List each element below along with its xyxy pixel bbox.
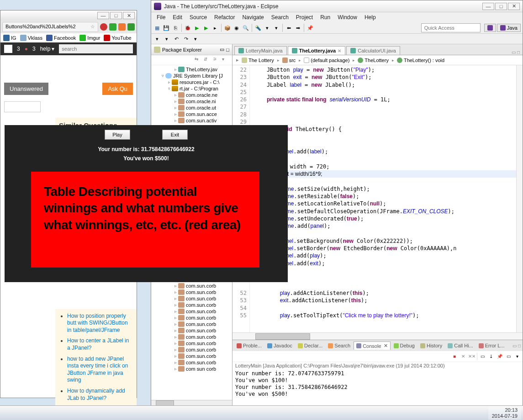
bm-vklass[interactable]: Vklass bbox=[20, 35, 42, 41]
tb2-icon4[interactable]: ↷ bbox=[182, 35, 190, 43]
bm-facebook[interactable]: Facebook bbox=[46, 35, 76, 41]
code-content[interactable]: JButton play = new JButton("Play"); JBut… bbox=[250, 65, 516, 332]
ann-icon[interactable]: ▾ bbox=[263, 24, 271, 32]
menu-search[interactable]: Search bbox=[268, 13, 292, 21]
similar-link[interactable]: How to dynamically add JLab to JPanel? bbox=[67, 388, 133, 402]
close-tab-icon[interactable]: ✕ bbox=[338, 48, 341, 53]
ext3-icon[interactable] bbox=[127, 23, 135, 31]
bm-imgur[interactable]: Imgur bbox=[79, 35, 100, 41]
similar-link[interactable]: how to add new JPanel insta every time i… bbox=[67, 356, 133, 384]
tb2-icon2[interactable]: ▾ bbox=[163, 35, 171, 43]
so-rep[interactable]: 3 bbox=[17, 46, 20, 52]
maximize-button[interactable]: □ bbox=[495, 3, 507, 10]
run-icon[interactable]: ▶ bbox=[193, 24, 201, 32]
removeall-icon[interactable]: ✕✕ bbox=[468, 353, 475, 360]
tab-debug[interactable]: Debug bbox=[391, 342, 417, 349]
so-rep2[interactable]: 3 bbox=[32, 46, 36, 52]
so-help[interactable]: help ▾ bbox=[40, 46, 55, 52]
newclass-icon[interactable]: ◉ bbox=[232, 24, 241, 32]
ext1-icon[interactable] bbox=[109, 23, 116, 31]
maximize-button[interactable]: □ bbox=[110, 12, 122, 19]
similar-link[interactable]: How to position properly butt with SWING… bbox=[67, 313, 133, 334]
collapse-icon[interactable]: ⇆ bbox=[195, 57, 202, 64]
runlast-icon[interactable]: ▶ bbox=[202, 24, 210, 32]
menu-edit[interactable]: Edit bbox=[169, 13, 186, 21]
terminate-icon[interactable]: ■ bbox=[451, 353, 458, 360]
tab-callhierarchy[interactable]: Call Hi... bbox=[445, 342, 475, 349]
link-icon[interactable]: ⇵ bbox=[204, 57, 211, 64]
display-icon[interactable]: ▭ bbox=[505, 353, 512, 360]
menu-project[interactable]: Project bbox=[292, 13, 317, 21]
back-icon[interactable]: ⬅ bbox=[285, 24, 293, 32]
fwd-icon[interactable]: ➡ bbox=[294, 24, 302, 32]
menu-help[interactable]: Help bbox=[361, 13, 380, 21]
tab-history[interactable]: History bbox=[418, 342, 444, 349]
clear-icon[interactable]: ▭ bbox=[479, 353, 486, 360]
tb2-icon[interactable]: ▾ bbox=[153, 35, 161, 43]
pin-icon[interactable]: 📌 bbox=[496, 353, 503, 360]
scroll-icon[interactable]: ⤓ bbox=[487, 353, 495, 360]
ask-question-button[interactable]: Ask Qu bbox=[102, 83, 133, 95]
pin-icon[interactable]: 📌 bbox=[306, 24, 314, 32]
play-button[interactable]: Play bbox=[105, 130, 130, 140]
code-hscroll[interactable] bbox=[232, 332, 523, 340]
menu-run[interactable]: Run bbox=[317, 13, 334, 21]
browser-titlebar[interactable]: — □ ✕ bbox=[0, 10, 137, 21]
tab-problems[interactable]: Proble... bbox=[234, 342, 264, 349]
tb2-icon3[interactable]: ↶ bbox=[172, 35, 180, 43]
openType-icon[interactable]: 🔍 bbox=[242, 24, 250, 32]
debug-icon[interactable]: 🐞 bbox=[184, 24, 192, 32]
tab-search[interactable]: Search bbox=[326, 342, 353, 349]
opera-icon[interactable] bbox=[100, 23, 107, 31]
breadcrumb[interactable]: ▸ The Lottery src (default package) TheL… bbox=[232, 55, 523, 65]
extern-icon[interactable]: ▸ bbox=[211, 24, 219, 32]
java-perspective-button[interactable]: Java bbox=[497, 24, 521, 32]
windows-taskbar[interactable]: 20:13 2014-07-19 bbox=[0, 405, 523, 420]
open-icon[interactable]: ▾ bbox=[513, 353, 521, 360]
so-logo-icon[interactable] bbox=[4, 45, 12, 53]
newpkg-icon[interactable]: 📦 bbox=[223, 24, 232, 32]
pane-min-icon[interactable]: ▭ bbox=[220, 47, 224, 52]
new-icon[interactable]: ▦ bbox=[153, 24, 161, 32]
so-search-input[interactable] bbox=[59, 44, 133, 53]
minimize-button[interactable]: — bbox=[482, 3, 494, 10]
menu-navigate[interactable]: Navigate bbox=[238, 13, 267, 21]
pane-min-icon[interactable]: ▭ □ bbox=[512, 343, 521, 348]
tab-calculatorui[interactable]: CalculatorUI.java bbox=[346, 46, 400, 55]
close-button[interactable]: ✕ bbox=[123, 12, 135, 19]
tb2-icon5[interactable]: ▾ bbox=[191, 35, 200, 43]
editor-min-icon[interactable]: ▭ □ bbox=[509, 50, 523, 55]
quick-access-input[interactable] bbox=[421, 23, 481, 32]
package-explorer-header[interactable]: Package Explorer ▭ □ bbox=[151, 44, 232, 55]
tab-javadoc[interactable]: Javadoc bbox=[265, 342, 295, 349]
eclipse-titlebar[interactable]: Java - The Lottery/src/TheLottery.java -… bbox=[151, 0, 523, 12]
tab-thelottery[interactable]: TheLottery.java✕ bbox=[288, 46, 346, 55]
open-perspective-button[interactable] bbox=[484, 24, 496, 32]
tab-lotterymain[interactable]: LotteryMain.java bbox=[234, 46, 287, 55]
similar-link[interactable]: How to center a JLabel in a JPanel? bbox=[67, 337, 133, 352]
search-icon[interactable]: 🔦 bbox=[254, 24, 262, 32]
close-button[interactable]: ✕ bbox=[508, 3, 520, 10]
browser-tab[interactable]: Buttons%20and%20JLabels%2☆ bbox=[2, 22, 98, 32]
filter-icon[interactable]: ⚞ bbox=[213, 57, 220, 64]
menu-file[interactable]: File bbox=[153, 13, 169, 21]
taskbar-clock[interactable]: 20:13 2014-07-19 bbox=[488, 406, 521, 419]
menu-source[interactable]: Source bbox=[186, 13, 211, 21]
minimize-button[interactable]: — bbox=[97, 12, 109, 19]
star-icon[interactable]: ☆ bbox=[90, 24, 95, 30]
tab-console[interactable]: Console✕ bbox=[354, 341, 390, 350]
task-icon[interactable]: ▾ bbox=[272, 24, 280, 32]
unanswered-tab[interactable]: Unanswered bbox=[4, 83, 48, 95]
menu-icon[interactable]: ▾ bbox=[222, 57, 229, 64]
saveall-icon[interactable]: ⎘ bbox=[171, 24, 180, 32]
bm-youtube[interactable]: YouTube bbox=[104, 35, 131, 41]
overview-ruler[interactable] bbox=[516, 65, 523, 332]
remove-icon[interactable]: ✕ bbox=[460, 353, 467, 360]
so-tag-input[interactable] bbox=[4, 101, 41, 112]
pane-max-icon[interactable]: □ bbox=[226, 47, 229, 52]
save-icon[interactable]: 💾 bbox=[162, 24, 170, 32]
bm-ig[interactable]: IG bbox=[3, 35, 16, 41]
menu-window[interactable]: Window bbox=[334, 13, 361, 21]
tab-errorlog[interactable]: Error L... bbox=[476, 342, 507, 349]
tab-declaration[interactable]: Declar... bbox=[296, 342, 325, 349]
